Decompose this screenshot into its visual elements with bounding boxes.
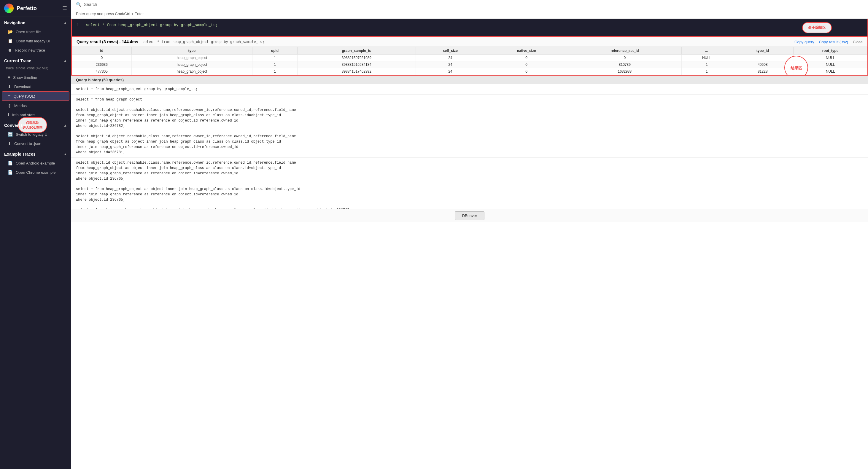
sidebar-item-open-trace-file[interactable]: 📂 Open trace file (2, 27, 69, 36)
col-header-root_type: root_type (794, 47, 867, 55)
history-item[interactable]: select * from heap_graph_object as objec… (71, 184, 868, 205)
editor-annotation: 命令编辑区 (802, 22, 832, 33)
convert-items: 🔄 Switch to legacy UI ⬇ Convert to .json (0, 130, 71, 148)
trace-info: trace_single_conti (42 MB) (0, 65, 71, 73)
col-header-upid: upid (252, 47, 297, 55)
sidebar-item-download[interactable]: ⬇ Download (2, 82, 69, 91)
col-header-native_size: native_size (485, 47, 568, 55)
result-title: Query result (3 rows) - 144.4ms (76, 39, 138, 44)
current-trace-section[interactable]: Current Trace ▲ (0, 55, 71, 65)
convert-icon: ⬇ (8, 141, 11, 146)
sidebar-item-switch-legacy[interactable]: 🔄 Switch to legacy UI (2, 130, 69, 139)
result-table-header: idtypeupidgraph_sample_tsself_sizenative… (72, 47, 867, 55)
sidebar-item-info-stats[interactable]: ℹ Info and stats (2, 110, 69, 119)
sidebar-item-open-legacy-ui[interactable]: 📋 Open with legacy UI (2, 36, 69, 45)
history-item[interactable]: select object.id,object.reachable,class.… (71, 131, 868, 158)
sidebar-item-show-timeline[interactable]: ≡ Show timeline (2, 73, 69, 82)
sidebar-item-query-sql[interactable]: ≡ Query (SQL) (2, 91, 69, 101)
query-editor[interactable]: 1 select * from heap_graph_object group … (71, 19, 868, 36)
result-panel: Query result (3 rows) - 144.4ms select *… (71, 36, 868, 76)
sidebar-item-convert-json[interactable]: ⬇ Convert to .json (2, 139, 69, 148)
search-icon: 🔍 (76, 2, 82, 7)
current-trace-chevron: ▲ (63, 59, 67, 63)
col-header-id: id (72, 47, 132, 55)
query-sql-text: select * from heap_graph_object group by… (86, 23, 218, 27)
android-icon: 📄 (8, 161, 13, 165)
sidebar-item-metrics[interactable]: ◎ Metrics (2, 101, 69, 110)
search-input[interactable] (84, 2, 863, 7)
chrome-icon: 📄 (8, 170, 13, 175)
sidebar: Perfetto ☰ Navigation ▲ 📂 Open trace fil… (0, 0, 71, 469)
timeline-icon: ≡ (8, 75, 10, 80)
table-row: 477305heap_graph_object13988415174629922… (72, 68, 867, 75)
result-actions: Copy query Copy result (.tsv) Close (795, 40, 863, 44)
col-header----: ... (681, 47, 732, 55)
navigation-items: 📂 Open trace file 📋 Open with legacy UI … (0, 27, 71, 55)
content-area: Enter query and press Cmd/Ctrl + Enter 1… (71, 9, 868, 469)
download-icon: ⬇ (8, 84, 11, 89)
sidebar-item-record-new-trace[interactable]: ⏺ Record new trace (2, 46, 69, 55)
legacy-icon: 📋 (8, 38, 13, 43)
history-item[interactable]: select * from heap_graph_object group by… (71, 84, 868, 95)
history-item[interactable]: select object.id,object.reachable,class.… (71, 105, 868, 131)
result-query-text: select * from heap_graph_object group by… (143, 40, 265, 44)
history-item[interactable]: select object.id,object.reachable,class.… (71, 158, 868, 184)
convert-trace-chevron: ▲ (63, 123, 67, 128)
metrics-icon: ◎ (8, 103, 11, 108)
copy-result-button[interactable]: Copy result (.tsv) (819, 40, 848, 44)
dbeaver-section: DBeaver (71, 209, 868, 222)
perfetto-logo (4, 4, 13, 13)
history-item[interactable]: select * from heap_graph_object (71, 95, 868, 105)
sql-icon: ≡ (8, 94, 10, 98)
example-traces-chevron: ▲ (63, 152, 67, 156)
copy-query-button[interactable]: Copy query (795, 40, 814, 44)
main-content: 🔍 Enter query and press Cmd/Ctrl + Enter… (71, 0, 868, 469)
line-number: 1 (76, 23, 79, 27)
col-header-type: type (131, 47, 252, 55)
result-header: Query result (3 rows) - 144.4ms select *… (72, 37, 867, 47)
col-header-type_id: type_id (732, 47, 793, 55)
query-hint: Enter query and press Cmd/Ctrl + Enter (71, 9, 868, 19)
sidebar-item-open-chrome[interactable]: 📄 Open Chrome example (2, 168, 69, 177)
example-items: 📄 Open Android example 📄 Open Chrome exa… (0, 158, 71, 177)
dbeaver-button[interactable]: DBeaver (455, 211, 485, 220)
close-result-button[interactable]: Close (853, 40, 863, 44)
table-row: 0heap_graph_object13988215079219892400NU… (72, 55, 867, 61)
sidebar-header: Perfetto ☰ (0, 0, 71, 17)
col-header-self_size: self_size (415, 47, 485, 55)
navigation-section[interactable]: Navigation ▲ (0, 17, 71, 27)
record-icon: ⏺ (8, 48, 12, 53)
history-item[interactable]: select * from heap_graph_object as objec… (71, 205, 868, 209)
result-table: idtypeupidgraph_sample_tsself_sizenative… (72, 47, 867, 75)
history-panel: Query history (50 queries) select * from… (71, 76, 868, 469)
info-icon: ℹ (8, 112, 9, 117)
file-icon: 📂 (8, 29, 13, 34)
menu-icon[interactable]: ☰ (62, 5, 67, 11)
trace-items: ≡ Show timeline ⬇ Download ≡ Query (SQL)… (0, 73, 71, 120)
history-list: select * from heap_graph_object group by… (71, 84, 868, 209)
app-title: Perfetto (17, 5, 37, 11)
col-header-graph_sample_ts: graph_sample_ts (298, 47, 415, 55)
sidebar-item-open-android[interactable]: 📄 Open Android example (2, 159, 69, 168)
history-header: Query history (50 queries) (71, 76, 868, 84)
navigation-chevron: ▲ (63, 21, 67, 25)
table-row: 236636heap_graph_object13988315165841842… (72, 61, 867, 68)
col-header-reference_set_id: reference_set_id (568, 47, 681, 55)
topbar: 🔍 (71, 0, 868, 9)
example-traces-section[interactable]: Example Traces ▲ (0, 148, 71, 158)
switch-icon: 🔄 (8, 132, 13, 137)
result-table-body: 0heap_graph_object13988215079219892400NU… (72, 55, 867, 75)
convert-trace-section[interactable]: Convert trace ▲ (0, 120, 71, 130)
